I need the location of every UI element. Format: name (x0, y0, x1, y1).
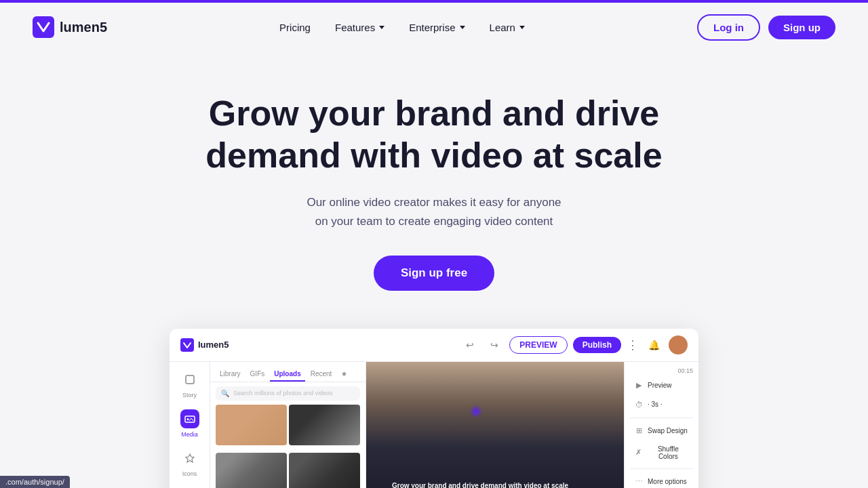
notifications-button[interactable]: 🔔 (644, 336, 663, 354)
svg-point-4 (186, 418, 189, 420)
url-bar: .com/auth/signup/ (0, 476, 70, 488)
main-nav: lumen5 Pricing Features Enterprise Learn… (0, 3, 868, 52)
canvas-video: Grow your brand and drive demand with vi… (366, 362, 624, 488)
shuffle-colors-label: Shuffle Colors (648, 445, 689, 460)
duration-label: · 3s · (648, 401, 663, 408)
sidebar-icons[interactable]: Icons (180, 449, 199, 477)
swap-design-label: Swap Design (648, 427, 688, 434)
canvas-area: Grow your brand and drive demand with vi… (366, 362, 624, 488)
login-button[interactable]: Log in (697, 14, 760, 41)
svg-marker-5 (186, 454, 194, 462)
logo-icon (33, 16, 54, 38)
logo[interactable]: lumen5 (33, 16, 107, 38)
more-options-icon: ⋯ (634, 477, 644, 487)
svg-rect-0 (33, 16, 54, 38)
app-logo-icon (180, 338, 194, 352)
nav-links: Pricing Features Enterprise Learn (270, 16, 534, 39)
user-avatar[interactable] (669, 336, 688, 354)
undo-button[interactable]: ↩ (460, 336, 479, 354)
right-panel: 00:15 ▶ Preview ⏱ · 3s · ⊞ Swap Design ✗… (624, 362, 698, 488)
option-preview[interactable]: ▶ Preview (630, 378, 693, 393)
app-header: lumen5 ↩ ↪ PREVIEW Publish ⋮ 🔔 (170, 329, 698, 362)
logo-text: lumen5 (60, 20, 107, 35)
media-thumb-3[interactable] (216, 453, 287, 488)
publish-button[interactable]: Publish (573, 337, 621, 353)
preview-button[interactable]: PREVIEW (509, 336, 567, 354)
tab-starred[interactable]: ★ (337, 367, 351, 382)
option-duration[interactable]: ⏱ · 3s · (630, 397, 693, 412)
media-thumb-1[interactable] (216, 405, 287, 445)
separator (630, 418, 693, 418)
media-icon (180, 409, 199, 428)
shuffle-colors-icon: ✗ (634, 448, 644, 458)
nav-actions: Log in Sign up (697, 14, 835, 41)
media-thumb-2[interactable] (289, 405, 360, 445)
tab-recent[interactable]: Recent (307, 367, 336, 382)
redo-button[interactable]: ↪ (485, 336, 504, 354)
media-grid (210, 405, 366, 488)
media-label: Media (181, 431, 198, 438)
features-chevron-icon (379, 26, 384, 29)
more-options-button[interactable]: ⋮ (627, 338, 639, 352)
media-search-bar[interactable]: 🔍 Search millions of photos and videos (216, 386, 360, 401)
option-swap-design[interactable]: ⊞ Swap Design (630, 424, 693, 439)
nav-features[interactable]: Features (326, 16, 394, 39)
svg-rect-3 (185, 416, 195, 422)
app-header-actions: ↩ ↪ PREVIEW Publish ⋮ 🔔 (460, 336, 688, 354)
nav-learn[interactable]: Learn (480, 16, 534, 39)
hero-title: Grow your brand and drive demand with vi… (176, 92, 692, 177)
tab-gifs[interactable]: GIFs (246, 367, 269, 382)
signup-nav-button[interactable]: Sign up (768, 16, 835, 39)
preview-option-label: Preview (648, 382, 672, 389)
media-tabs: Library GIFs Uploads Recent ★ (210, 362, 366, 382)
time-display: 00:15 (630, 367, 693, 374)
icons-label: Icons (182, 470, 197, 477)
swap-design-icon: ⊞ (634, 426, 644, 436)
canvas-overlay-text: Grow your brand and drive demand with vi… (377, 481, 583, 488)
hero-subtitle: Our online video creator makes it easy f… (307, 193, 561, 231)
duration-icon: ⏱ (634, 400, 644, 409)
hero-cta-button[interactable]: Sign up free (374, 256, 494, 291)
more-options-label: More options (648, 478, 687, 485)
story-label: Story (182, 392, 197, 399)
option-shuffle-colors[interactable]: ✗ Shuffle Colors (630, 443, 693, 463)
tab-uploads[interactable]: Uploads (270, 367, 304, 382)
nav-pricing[interactable]: Pricing (270, 16, 320, 39)
nav-enterprise[interactable]: Enterprise (399, 16, 474, 39)
app-logo-text: lumen5 (198, 340, 229, 350)
svg-rect-1 (180, 338, 194, 352)
city-lights-effect (469, 405, 483, 418)
tab-library[interactable]: Library (216, 367, 245, 382)
app-logo: lumen5 (180, 338, 229, 352)
svg-rect-2 (186, 375, 194, 384)
preview-option-icon: ▶ (634, 381, 644, 390)
hero-section: Grow your brand and drive demand with vi… (0, 52, 868, 488)
media-thumb-4[interactable] (289, 453, 360, 488)
story-icon (180, 370, 199, 389)
app-body: Story Media (170, 362, 698, 488)
icons-icon (180, 449, 199, 468)
option-more[interactable]: ⋯ More options (630, 474, 693, 488)
app-sidebar: Story Media (170, 362, 210, 488)
separator-2 (630, 468, 693, 469)
media-panel: Library GIFs Uploads Recent ★ 🔍 Search m… (210, 362, 366, 488)
learn-chevron-icon (519, 26, 525, 29)
search-icon: 🔍 (221, 390, 229, 397)
sidebar-story[interactable]: Story (180, 370, 199, 399)
sidebar-media[interactable]: Media (180, 409, 199, 438)
enterprise-chevron-icon (460, 26, 465, 29)
search-placeholder: Search millions of photos and videos (233, 390, 333, 396)
app-preview: lumen5 ↩ ↪ PREVIEW Publish ⋮ 🔔 (170, 329, 698, 488)
